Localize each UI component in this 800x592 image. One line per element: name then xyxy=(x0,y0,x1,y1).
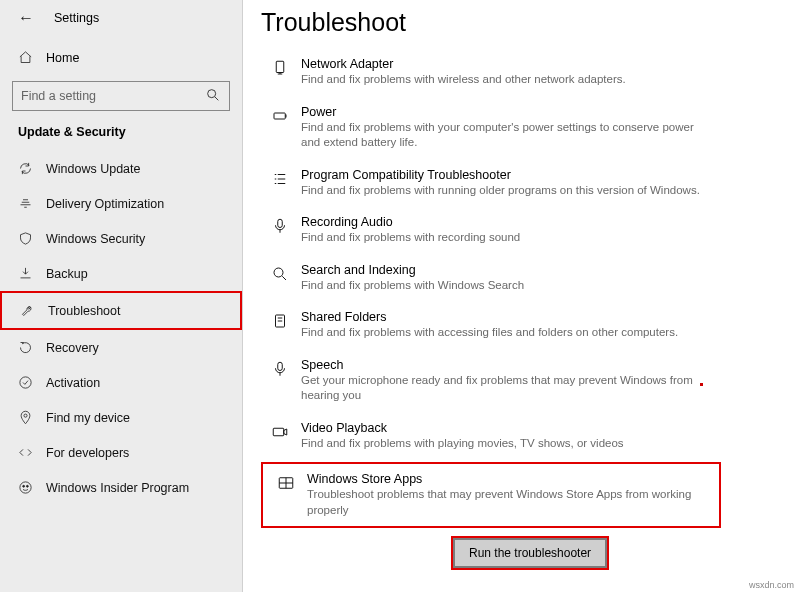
page-title: Troubleshoot xyxy=(261,8,800,37)
sidebar-item-label: Troubleshoot xyxy=(48,304,121,318)
network-icon xyxy=(267,57,293,77)
mic-icon xyxy=(267,215,293,235)
svg-rect-11 xyxy=(278,362,283,370)
home-label: Home xyxy=(46,51,79,65)
ts-item-recording-audio[interactable]: Recording AudioFind and fix problems wit… xyxy=(261,209,721,252)
ts-title: Recording Audio xyxy=(301,215,520,229)
sidebar-item-windows-update[interactable]: Windows Update xyxy=(0,151,242,186)
ts-desc: Troubleshoot problems that may prevent W… xyxy=(307,487,709,518)
check-circle-icon xyxy=(18,375,40,390)
app-title: Settings xyxy=(54,11,99,25)
svg-point-9 xyxy=(274,268,283,277)
sidebar-item-troubleshoot[interactable]: Troubleshoot xyxy=(0,291,242,330)
ts-title: Network Adapter xyxy=(301,57,626,71)
sidebar-category: Update & Security xyxy=(0,125,242,151)
ts-item-program-compatibility[interactable]: Program Compatibility TroubleshooterFind… xyxy=(261,162,721,205)
shield-icon xyxy=(18,231,40,246)
ts-item-video-playback[interactable]: Video PlaybackFind and fix problems with… xyxy=(261,415,721,458)
annotation-dot xyxy=(700,383,703,386)
ts-title: Search and Indexing xyxy=(301,263,524,277)
delivery-icon xyxy=(18,196,40,211)
sidebar-item-label: Windows Update xyxy=(46,162,141,176)
ts-desc: Find and fix problems with Windows Searc… xyxy=(301,278,524,294)
code-icon xyxy=(18,445,40,460)
svg-point-3 xyxy=(20,482,31,493)
troubleshoot-list: Network AdapterFind and fix problems wit… xyxy=(261,51,800,528)
ts-desc: Find and fix problems with wireless and … xyxy=(301,72,626,88)
folder-icon xyxy=(267,310,293,330)
ts-title: Speech xyxy=(301,358,711,372)
search-icon xyxy=(267,263,293,283)
ts-title: Power xyxy=(301,105,711,119)
ts-item-search-indexing[interactable]: Search and IndexingFind and fix problems… xyxy=(261,257,721,300)
sidebar-item-delivery-optimization[interactable]: Delivery Optimization xyxy=(0,186,242,221)
ts-desc: Find and fix problems with accessing fil… xyxy=(301,325,678,341)
store-icon xyxy=(273,472,299,492)
svg-point-0 xyxy=(208,89,216,97)
sidebar-item-find-my-device[interactable]: Find my device xyxy=(0,400,242,435)
ts-desc: Find and fix problems with running older… xyxy=(301,183,700,199)
ts-title: Program Compatibility Troubleshooter xyxy=(301,168,700,182)
sidebar-item-label: Delivery Optimization xyxy=(46,197,164,211)
recovery-icon xyxy=(18,340,40,355)
watermark: wsxdn.com xyxy=(749,580,794,590)
ts-desc: Get your microphone ready and fix proble… xyxy=(301,373,711,404)
settings-header: ← Settings xyxy=(0,0,242,38)
svg-point-4 xyxy=(23,485,25,487)
run-troubleshooter-button[interactable]: Run the troubleshooter xyxy=(453,538,607,568)
insider-icon xyxy=(18,480,40,495)
sidebar-item-label: For developers xyxy=(46,446,129,460)
search-box[interactable] xyxy=(12,81,230,111)
sidebar-item-label: Find my device xyxy=(46,411,130,425)
svg-point-2 xyxy=(24,414,27,417)
svg-point-1 xyxy=(20,377,31,388)
location-icon xyxy=(18,410,40,425)
ts-title: Video Playback xyxy=(301,421,624,435)
sidebar-item-activation[interactable]: Activation xyxy=(0,365,242,400)
ts-title: Shared Folders xyxy=(301,310,678,324)
sidebar-item-recovery[interactable]: Recovery xyxy=(0,330,242,365)
update-icon xyxy=(18,161,40,176)
mic-icon xyxy=(267,358,293,378)
sidebar-item-label: Windows Security xyxy=(46,232,145,246)
home-icon xyxy=(18,50,40,65)
svg-rect-7 xyxy=(274,113,285,119)
ts-item-power[interactable]: PowerFind and fix problems with your com… xyxy=(261,99,721,157)
sidebar-item-label: Backup xyxy=(46,267,88,281)
backup-icon xyxy=(18,266,40,281)
sidebar-item-label: Windows Insider Program xyxy=(46,481,189,495)
back-button[interactable]: ← xyxy=(18,10,32,26)
ts-item-network-adapter[interactable]: Network AdapterFind and fix problems wit… xyxy=(261,51,721,94)
list-icon xyxy=(267,168,293,188)
search-icon xyxy=(205,87,221,106)
content-pane: Troubleshoot Network AdapterFind and fix… xyxy=(243,0,800,592)
ts-desc: Find and fix problems with playing movie… xyxy=(301,436,624,452)
ts-item-shared-folders[interactable]: Shared FoldersFind and fix problems with… xyxy=(261,304,721,347)
power-icon xyxy=(267,105,293,125)
ts-desc: Find and fix problems with recording sou… xyxy=(301,230,520,246)
wrench-icon xyxy=(20,303,42,318)
sidebar-item-label: Recovery xyxy=(46,341,99,355)
sidebar-item-windows-security[interactable]: Windows Security xyxy=(0,221,242,256)
svg-point-5 xyxy=(26,485,28,487)
ts-desc: Find and fix problems with your computer… xyxy=(301,120,711,151)
sidebar: ← Settings Home Update & Security Window… xyxy=(0,0,243,592)
svg-rect-8 xyxy=(278,219,283,227)
ts-title: Windows Store Apps xyxy=(307,472,709,486)
sidebar-item-label: Activation xyxy=(46,376,100,390)
svg-rect-6 xyxy=(276,61,284,72)
sidebar-item-for-developers[interactable]: For developers xyxy=(0,435,242,470)
ts-item-speech[interactable]: SpeechGet your microphone ready and fix … xyxy=(261,352,721,410)
sidebar-home[interactable]: Home xyxy=(0,42,242,73)
sidebar-item-windows-insider[interactable]: Windows Insider Program xyxy=(0,470,242,505)
ts-item-windows-store-apps[interactable]: Windows Store AppsTroubleshoot problems … xyxy=(261,462,721,528)
sidebar-item-backup[interactable]: Backup xyxy=(0,256,242,291)
svg-rect-12 xyxy=(273,428,284,436)
video-icon xyxy=(267,421,293,441)
search-input[interactable] xyxy=(21,89,205,103)
